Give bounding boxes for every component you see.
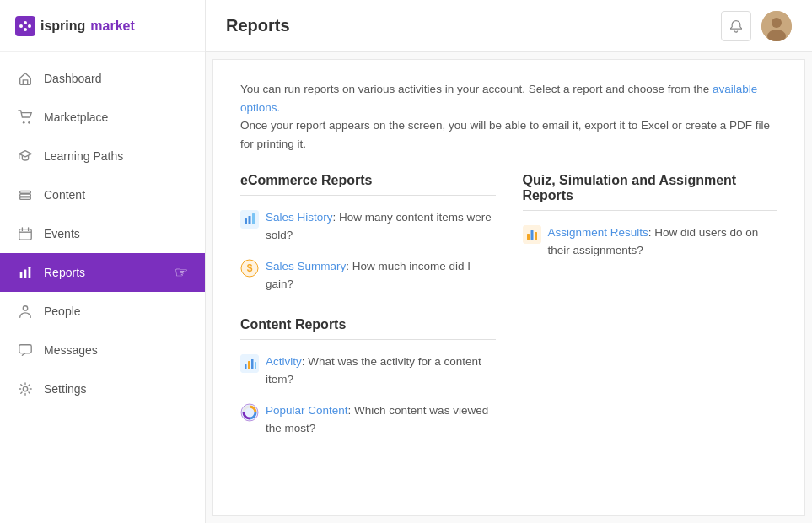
activity-icon bbox=[240, 354, 259, 373]
report-item-assignment-results: Assignment Results: How did users do on … bbox=[523, 224, 778, 260]
popular-content-link[interactable]: Popular Content bbox=[266, 404, 348, 417]
intro-text: You can run reports on various activitie… bbox=[240, 80, 777, 153]
sidebar-item-people[interactable]: People bbox=[0, 292, 205, 331]
quiz-heading: Quiz, Simulation and Assignment Reports bbox=[523, 173, 778, 211]
assignment-results-icon bbox=[523, 225, 541, 244]
reports-grid: eCommerce Reports Sales History: How man… bbox=[240, 173, 777, 437]
svg-rect-13 bbox=[29, 267, 31, 278]
sidebar-item-settings[interactable]: Settings bbox=[0, 369, 205, 408]
assignment-results-link[interactable]: Assignment Results bbox=[548, 226, 648, 239]
svg-rect-9 bbox=[20, 197, 31, 200]
person-icon bbox=[17, 303, 34, 320]
svg-point-14 bbox=[23, 306, 27, 310]
content-area: You can run reports on various activitie… bbox=[212, 59, 805, 516]
top-bar: Reports bbox=[206, 0, 812, 52]
svg-rect-27 bbox=[245, 364, 247, 369]
svg-rect-21 bbox=[245, 218, 247, 224]
svg-point-4 bbox=[24, 28, 27, 31]
svg-rect-34 bbox=[530, 230, 533, 240]
sidebar-item-dashboard-label: Dashboard bbox=[44, 72, 102, 85]
svg-point-2 bbox=[24, 21, 27, 24]
activity-text: Activity: What was the activity for a co… bbox=[266, 353, 496, 389]
logo-text-ispring: ispring bbox=[40, 19, 85, 34]
svg-rect-33 bbox=[527, 234, 530, 240]
assignment-results-text: Assignment Results: How did users do on … bbox=[548, 224, 778, 260]
available-options-link[interactable]: available options. bbox=[240, 83, 757, 114]
sales-summary-link[interactable]: Sales Summary bbox=[266, 260, 346, 272]
sidebar-item-learning-paths[interactable]: Learning Paths bbox=[0, 137, 205, 175]
calendar-icon bbox=[17, 225, 34, 242]
report-item-sales-history: Sales History: How many content items we… bbox=[240, 209, 496, 245]
sales-history-link[interactable]: Sales History bbox=[266, 211, 333, 224]
bar-chart-icon bbox=[17, 264, 34, 281]
sidebar-item-people-label: People bbox=[44, 305, 81, 318]
content-reports-section: Content Reports Activity: What was the a… bbox=[240, 317, 496, 438]
content-reports-heading: Content Reports bbox=[240, 317, 496, 340]
svg-rect-28 bbox=[248, 361, 250, 369]
cursor-hand-icon: ☞ bbox=[175, 263, 188, 282]
quiz-reports-section: Quiz, Simulation and Assignment Reports … bbox=[523, 173, 778, 260]
sidebar-item-messages-label: Messages bbox=[44, 343, 98, 357]
report-item-popular-content: Popular Content: Which content was viewe… bbox=[240, 402, 496, 438]
home-icon bbox=[17, 70, 34, 87]
logo: ispringmarket bbox=[0, 0, 205, 52]
report-item-sales-summary: $ Sales Summary: How much income did I g… bbox=[240, 258, 496, 294]
top-bar-actions bbox=[721, 11, 792, 41]
sidebar-item-messages[interactable]: Messages bbox=[0, 331, 205, 369]
ispring-logo-icon bbox=[15, 16, 35, 36]
svg-rect-35 bbox=[535, 232, 537, 240]
sidebar-item-marketplace[interactable]: Marketplace bbox=[0, 98, 205, 137]
svg-rect-22 bbox=[249, 216, 251, 224]
cart-icon bbox=[17, 109, 34, 126]
svg-rect-15 bbox=[19, 345, 31, 353]
report-item-activity: Activity: What was the activity for a co… bbox=[240, 353, 496, 389]
gear-icon bbox=[17, 380, 34, 397]
popular-content-text: Popular Content: Which content was viewe… bbox=[266, 402, 496, 438]
svg-rect-0 bbox=[15, 16, 35, 36]
intro-line2: Once your report appears on the screen, … bbox=[240, 116, 777, 153]
sidebar-item-events-label: Events bbox=[44, 227, 80, 240]
sales-summary-icon: $ bbox=[240, 259, 259, 278]
sidebar-nav: Dashboard Marketplace Learning Paths Con… bbox=[0, 52, 205, 523]
logo-text-market: market bbox=[90, 19, 134, 34]
svg-rect-7 bbox=[20, 191, 31, 194]
svg-point-3 bbox=[28, 24, 31, 28]
sidebar-item-dashboard[interactable]: Dashboard bbox=[0, 59, 205, 98]
svg-point-5 bbox=[23, 121, 25, 124]
sidebar-item-content-label: Content bbox=[44, 188, 85, 202]
graduation-icon bbox=[17, 148, 34, 164]
sidebar-item-reports-label: Reports bbox=[44, 266, 85, 279]
sales-history-text: Sales History: How many content items we… bbox=[266, 209, 496, 245]
svg-rect-23 bbox=[252, 213, 255, 224]
ecommerce-heading: eCommerce Reports bbox=[240, 173, 496, 196]
left-column: eCommerce Reports Sales History: How man… bbox=[240, 173, 496, 437]
sidebar-item-content[interactable]: Content bbox=[0, 175, 205, 214]
svg-point-18 bbox=[772, 18, 782, 28]
svg-point-16 bbox=[23, 386, 27, 391]
svg-rect-8 bbox=[20, 194, 31, 197]
intro-line1: You can run reports on various activitie… bbox=[240, 80, 777, 116]
svg-rect-11 bbox=[20, 272, 23, 278]
main-area: Reports You can run reports on various a… bbox=[206, 0, 812, 523]
sales-history-icon bbox=[240, 210, 259, 229]
activity-link[interactable]: Activity bbox=[266, 355, 302, 368]
layers-icon bbox=[17, 186, 34, 203]
sales-summary-text: Sales Summary: How much income did I gai… bbox=[266, 258, 496, 294]
right-column: Quiz, Simulation and Assignment Reports … bbox=[523, 173, 778, 437]
svg-rect-29 bbox=[251, 359, 254, 369]
bell-icon bbox=[729, 19, 743, 33]
notifications-button[interactable] bbox=[721, 11, 751, 41]
sidebar-item-marketplace-label: Marketplace bbox=[44, 111, 108, 124]
sidebar-item-settings-label: Settings bbox=[44, 382, 87, 396]
page-title: Reports bbox=[226, 16, 290, 35]
ecommerce-reports-section: eCommerce Reports Sales History: How man… bbox=[240, 173, 496, 294]
avatar-image bbox=[761, 11, 792, 41]
avatar[interactable] bbox=[761, 11, 792, 41]
sidebar-item-reports[interactable]: Reports ☞ bbox=[0, 253, 205, 292]
svg-rect-12 bbox=[24, 269, 27, 278]
sidebar-item-learning-paths-label: Learning Paths bbox=[44, 149, 123, 163]
sidebar-item-events[interactable]: Events bbox=[0, 214, 205, 253]
svg-point-1 bbox=[19, 24, 23, 28]
svg-text:$: $ bbox=[247, 262, 253, 274]
svg-rect-30 bbox=[255, 362, 256, 369]
